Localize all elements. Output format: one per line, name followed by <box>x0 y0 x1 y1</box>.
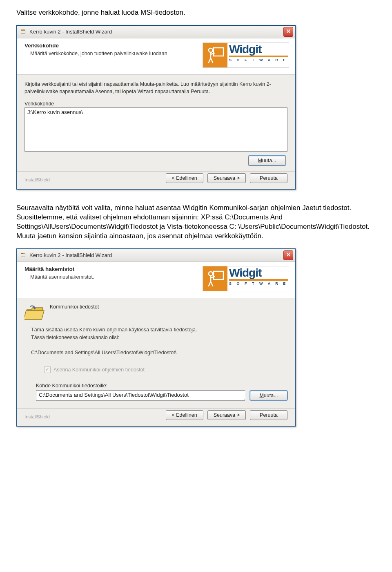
next-button[interactable]: Seuraava > <box>207 173 246 183</box>
header-title: Määritä hakemistot <box>24 266 203 272</box>
back-button[interactable]: < Edellinen <box>166 173 203 183</box>
open-folder-icon <box>24 304 46 322</box>
logo-text: Widgit <box>229 267 288 279</box>
field-label: Verkkokohde <box>24 101 287 107</box>
folder-title: Kommunikoi-tiedostot <box>50 304 99 310</box>
svg-rect-0 <box>214 48 223 56</box>
cancel-button[interactable]: Peruuta <box>250 410 287 420</box>
titlebar: 🗔 Kerro kuvin 2 - InstallShield Wizard ✕ <box>17 26 295 38</box>
app-icon: 🗔 <box>20 252 27 259</box>
header-subtitle: Määritä asennushakemistot. <box>24 274 203 280</box>
svg-rect-2 <box>214 271 223 279</box>
install-wizard-dialog-2: 🗔 Kerro kuvin 2 - InstallShield Wizard ✕… <box>16 248 296 427</box>
dialog-header: Määritä hakemistot Määritä asennushakemi… <box>17 262 295 298</box>
svg-point-3 <box>209 272 213 276</box>
close-button[interactable]: ✕ <box>283 250 293 260</box>
dialog-header: Verkkokohde Määritä verkkokohde, johon t… <box>17 38 295 75</box>
target-path-label: Kohde Kommunikoi-tiedostoille: <box>24 383 287 389</box>
window-title: Kerro kuvin 2 - InstallShield Wizard <box>29 29 283 35</box>
change-button[interactable]: Muuta... <box>250 391 287 400</box>
back-button[interactable]: < Edellinen <box>166 410 203 420</box>
logo-subtext: S O F T W A R E <box>229 58 288 62</box>
installshield-label: InstallShield <box>24 414 166 420</box>
intro-paragraph-1: Valitse verkkokohde, jonne haluat luoda … <box>16 8 376 18</box>
cancel-button[interactable]: Peruuta <box>250 173 287 183</box>
widgit-logo: Widgit S O F T W A R E <box>203 42 289 68</box>
svg-point-1 <box>209 48 213 52</box>
titlebar: 🗔 Kerro kuvin 2 - InstallShield Wizard ✕ <box>17 249 295 262</box>
logo-text: Widgit <box>229 44 288 55</box>
install-files-checkbox[interactable]: ✓ <box>44 366 51 373</box>
folder-desc-2: Tässä tietokoneessa oletuskansio olisi: <box>31 334 287 342</box>
next-button[interactable]: Seuraava > <box>207 410 246 420</box>
change-button[interactable]: Muuta... <box>248 156 286 165</box>
close-button[interactable]: ✕ <box>283 27 293 37</box>
instruction-text: Kirjoita verkkosijainti tai etsi sijaint… <box>24 80 287 95</box>
intro-paragraph-2: Seuraavalta näytöltä voit valita, minne … <box>16 203 376 241</box>
header-title: Verkkokohde <box>24 42 203 49</box>
checkbox-label: Asenna Kommunikoi-ohjelmien tiedostot <box>53 367 145 373</box>
install-wizard-dialog-1: 🗔 Kerro kuvin 2 - InstallShield Wizard ✕… <box>16 25 296 190</box>
folder-desc-1: Tämä sisältää useita Kerro kuvin-ohjelma… <box>31 326 287 334</box>
target-path-input[interactable] <box>36 391 245 399</box>
app-icon: 🗔 <box>20 29 27 35</box>
person-at-board-icon <box>206 46 224 64</box>
default-path: C:\Documents and Settings\All Users\Tied… <box>31 349 287 357</box>
logo-subtext: S O F T W A R E <box>229 282 288 286</box>
widgit-logo: Widgit S O F T W A R E <box>203 266 289 291</box>
person-at-board-icon <box>206 270 224 288</box>
path-textbox-wrap <box>24 107 287 152</box>
window-title: Kerro kuvin 2 - InstallShield Wizard <box>29 252 283 258</box>
installshield-label: InstallShield <box>24 177 166 183</box>
header-subtitle: Määritä verkkokohde, johon tuotteen palv… <box>24 51 203 56</box>
network-path-input[interactable] <box>25 108 287 116</box>
